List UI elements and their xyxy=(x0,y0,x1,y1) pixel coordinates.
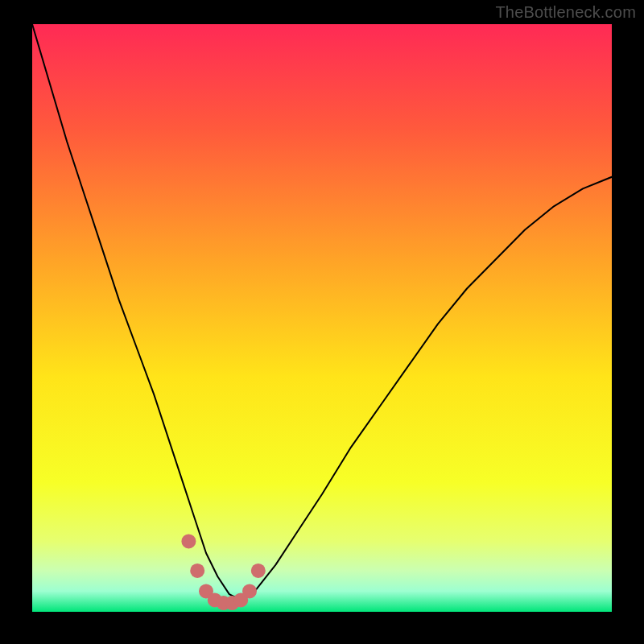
chart-frame: TheBottleneck.com xyxy=(0,0,644,644)
gradient-background xyxy=(32,24,612,612)
watermark-text: TheBottleneck.com xyxy=(495,3,636,22)
bottleneck-chart xyxy=(32,24,612,612)
optimal-point xyxy=(181,534,196,548)
optimal-point xyxy=(190,564,204,578)
optimal-point xyxy=(242,584,257,598)
plot-area xyxy=(32,24,612,612)
optimal-point xyxy=(251,564,266,578)
